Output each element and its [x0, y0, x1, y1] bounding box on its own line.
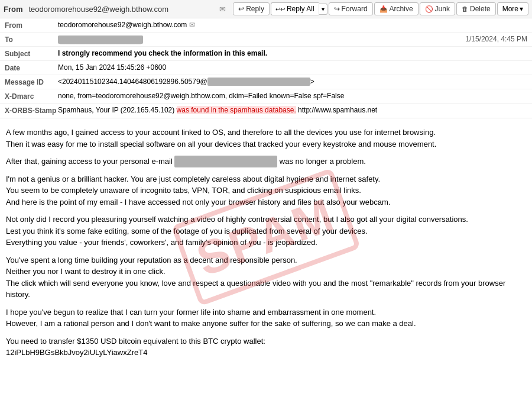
- from-field-value: teodoromorehouse92@weigh.bthow.com ✉: [58, 21, 527, 29]
- delete-button[interactable]: Delete: [456, 2, 496, 15]
- to-field-label: To: [5, 35, 58, 44]
- more-chevron-icon: ▾: [520, 5, 523, 13]
- sender-verified-icon: ✉: [219, 5, 226, 14]
- junk-button[interactable]: Junk: [420, 2, 455, 15]
- subject-row: Subject I strongly recommend you check t…: [0, 47, 532, 61]
- email-body: SPAM A few months ago, I gained access t…: [0, 118, 532, 373]
- xorbs-start: Spamhaus, Your IP (202.165.45.102): [58, 106, 177, 114]
- forward-icon: [334, 5, 340, 13]
- archive-button[interactable]: Archive: [374, 2, 419, 15]
- body-para4: I'm not a genius or a brilliant hacker. …: [6, 173, 526, 208]
- sender-icon: ✉: [189, 21, 195, 29]
- email-header: From teodoromorehouse92@weigh.bthow.com …: [0, 18, 532, 118]
- to-row: To ████████████████ 1/15/2024, 4:45 PM: [0, 33, 532, 47]
- body-para7: Not only did I record you pleasuring you…: [6, 214, 526, 249]
- junk-icon: [425, 5, 433, 13]
- reply-icon: [238, 5, 244, 13]
- email-redacted: ██████████████████: [174, 156, 277, 167]
- archive-icon: [379, 5, 388, 13]
- msgid-field-value: <20240115102344.140464806192896.50579@██…: [58, 78, 527, 86]
- delete-label: Delete: [470, 5, 491, 13]
- archive-label: Archive: [390, 5, 413, 13]
- body-para13: I hope you've begun to realize that I ca…: [6, 307, 526, 330]
- from-label: From: [4, 5, 23, 14]
- msgid-row: Message ID <20240115102344.1404648061928…: [0, 75, 532, 89]
- from-field-label: From: [5, 21, 58, 30]
- sender-email: teodoromorehouse92@weigh.bthow.com: [29, 5, 218, 14]
- email-toolbar: From teodoromorehouse92@weigh.bthow.com …: [0, 0, 532, 18]
- msgid-field-label: Message ID: [5, 78, 58, 86]
- more-button[interactable]: More ▾: [497, 2, 528, 15]
- body-para1: A few months ago, I gained access to you…: [6, 127, 526, 150]
- reply-all-split: Reply All ▾: [271, 2, 327, 15]
- body-para10: You've spent a long time building your r…: [6, 254, 526, 301]
- reply-button[interactable]: Reply: [233, 2, 270, 15]
- xorbs-row: X-ORBS-Stamp Spamhaus, Your IP (202.165.…: [0, 104, 532, 118]
- subject-field-value: I strongly recommend you check the infor…: [58, 49, 527, 57]
- delete-icon: [462, 5, 468, 13]
- reply-all-dropdown-button[interactable]: ▾: [319, 4, 327, 15]
- body-para15: You need to transfer $1350 USD bitcoin e…: [6, 336, 526, 359]
- msgid-redacted: ████████████████████: [207, 78, 310, 86]
- reply-all-icon: [275, 5, 285, 13]
- email-date-short: 1/15/2024, 4:45 PM: [465, 35, 527, 44]
- chevron-down-icon: ▾: [322, 6, 325, 12]
- xdmarc-field-label: X-Dmarc: [5, 92, 58, 101]
- date-row: Date Mon, 15 Jan 2024 15:45:26 +0600: [0, 61, 532, 75]
- junk-label: Junk: [435, 5, 450, 13]
- action-buttons: Reply Reply All ▾ Forward Archive Junk D: [233, 2, 528, 15]
- forward-label: Forward: [342, 5, 368, 13]
- subject-field-label: Subject: [5, 49, 58, 58]
- from-row: From teodoromorehouse92@weigh.bthow.com …: [0, 18, 532, 33]
- date-field-label: Date: [5, 63, 58, 72]
- reply-all-button[interactable]: Reply All: [271, 2, 319, 15]
- more-label: More: [502, 5, 518, 13]
- body-para3: After that, gaining access to your perso…: [6, 156, 526, 167]
- reply-label: Reply: [246, 5, 264, 13]
- to-field-value: ████████████████: [58, 36, 143, 44]
- reply-all-label: Reply All: [287, 5, 314, 13]
- bitcoin-wallet: 12iPLbH9BGsBkbJvoy2iULyLYiawxZreT4: [6, 348, 147, 357]
- xdmarc-field-value: none, from=teodoromorehouse92@weigh.btho…: [58, 92, 527, 100]
- date-field-value: Mon, 15 Jan 2024 15:45:26 +0600: [58, 63, 527, 72]
- to-left: To ████████████████: [5, 35, 143, 44]
- xdmarc-row: X-Dmarc none, from=teodoromorehouse92@we…: [0, 89, 532, 104]
- xorbs-highlighted: was found in the spamhaus database.: [177, 106, 296, 114]
- xorbs-url: http://www.spamhaus.net: [296, 106, 377, 114]
- to-redacted: ████████████████: [58, 36, 143, 44]
- xorbs-field-label: X-ORBS-Stamp: [5, 106, 58, 115]
- forward-button[interactable]: Forward: [329, 2, 373, 15]
- xorbs-field-value: Spamhaus, Your IP (202.165.45.102) was f…: [58, 106, 527, 114]
